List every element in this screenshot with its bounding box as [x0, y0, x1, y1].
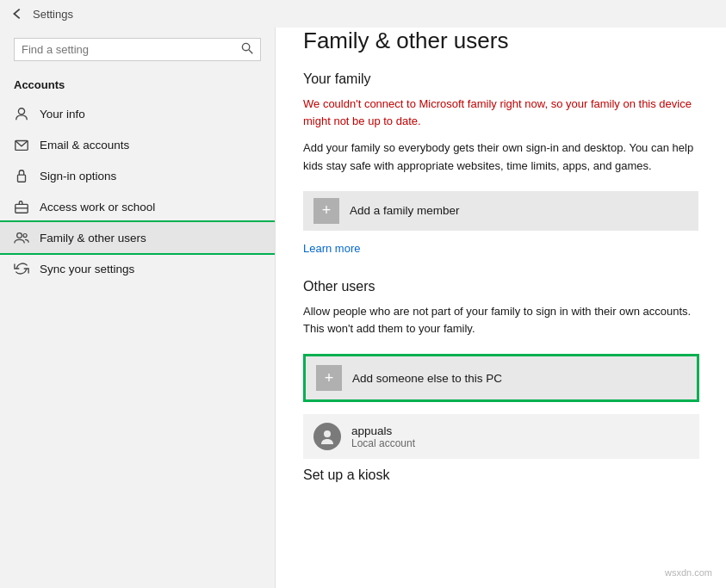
lock-icon	[14, 168, 29, 183]
page-title: Family & other users	[303, 28, 698, 54]
sidebar-label-sign-in: Sign-in options	[40, 170, 116, 183]
svg-point-8	[23, 234, 27, 238]
people-icon	[14, 230, 29, 245]
svg-line-1	[249, 50, 252, 53]
add-person-label: Add someone else to this PC	[352, 372, 502, 385]
svg-rect-4	[18, 175, 26, 182]
sidebar-item-your-info[interactable]: Your info	[0, 98, 275, 129]
svg-point-7	[17, 233, 22, 238]
sync-icon	[14, 261, 29, 276]
watermark: wsxdn.com	[665, 567, 712, 578]
sidebar-item-sync-settings[interactable]: Sync your settings	[0, 253, 275, 284]
sidebar-section-label: Accounts	[0, 75, 275, 98]
your-family-title: Your family	[303, 71, 698, 87]
title-bar: Settings	[0, 0, 276, 28]
sidebar-label-family-users: Family & other users	[40, 232, 146, 244]
set-up-kiosk-title: Set up a kiosk	[303, 467, 698, 483]
user-avatar-appuals	[313, 423, 341, 450]
user-name-appuals: appuals	[351, 424, 415, 437]
sidebar-item-email-accounts[interactable]: Email & accounts	[0, 129, 275, 160]
other-users-section: Other users Allow people who are not par…	[303, 279, 698, 460]
title-bar-title: Settings	[33, 8, 73, 21]
sidebar-label-your-info: Your info	[40, 108, 85, 121]
other-users-description: Allow people who are not part of your fa…	[303, 303, 698, 339]
svg-point-2	[18, 108, 24, 115]
search-icon	[241, 42, 253, 57]
main-content: Family & other users Your family We coul…	[276, 0, 726, 588]
family-description: Add your family so everybody gets their …	[303, 139, 698, 176]
search-input[interactable]	[22, 43, 236, 56]
family-error-text: We couldn't connect to Microsoft family …	[303, 96, 698, 129]
add-family-button[interactable]: + Add a family member	[303, 191, 698, 231]
user-info-appuals: appuals Local account	[351, 424, 415, 449]
briefcase-icon	[14, 199, 29, 214]
search-box[interactable]	[14, 38, 261, 61]
sidebar-label-email-accounts: Email & accounts	[40, 139, 129, 152]
sidebar-item-sign-in[interactable]: Sign-in options	[0, 160, 275, 191]
plus-icon: +	[313, 198, 339, 224]
svg-point-0	[242, 43, 249, 50]
add-person-plus-icon: +	[316, 365, 342, 391]
person-icon	[14, 106, 29, 121]
other-users-title: Other users	[303, 279, 698, 294]
add-family-label: Add a family member	[350, 204, 460, 217]
svg-point-9	[324, 430, 331, 437]
sidebar-item-access-work[interactable]: Access work or school	[0, 191, 275, 222]
learn-more-link[interactable]: Learn more	[303, 242, 360, 255]
user-item-appuals[interactable]: appuals Local account	[303, 414, 699, 459]
user-type-appuals: Local account	[351, 437, 415, 449]
email-icon	[14, 137, 29, 152]
back-button[interactable]	[9, 5, 26, 22]
add-person-button[interactable]: + Add someone else to this PC	[303, 354, 699, 402]
sidebar: Settings Accounts Your info	[0, 0, 276, 588]
sidebar-item-family-users[interactable]: Family & other users	[0, 222, 275, 253]
sidebar-label-sync-settings: Sync your settings	[40, 263, 134, 275]
sidebar-label-access-work: Access work or school	[40, 201, 155, 214]
